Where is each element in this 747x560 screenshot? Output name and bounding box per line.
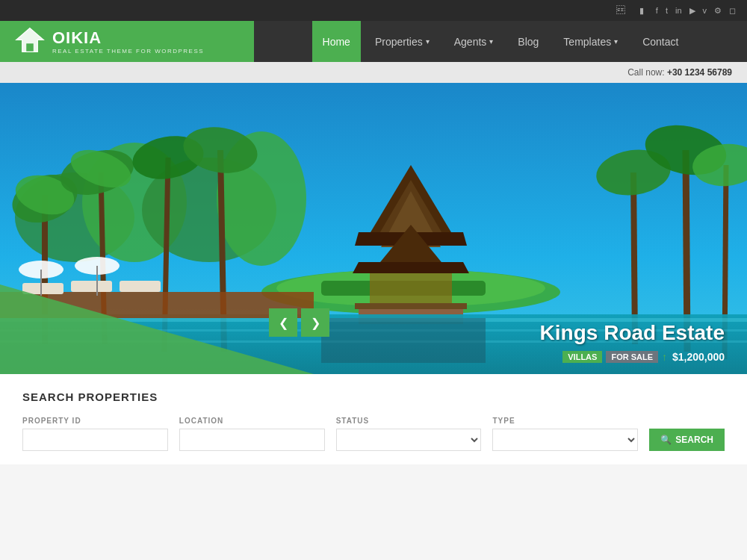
nav-contact[interactable]: Contact [632,21,689,62]
call-label: Call now: [627,67,664,78]
search-icon: 🔍 [660,435,672,445]
search-button[interactable]: 🔍 SEARCH [649,429,725,451]
status-select[interactable]: For Sale For Rent [336,429,482,451]
hero-nav-buttons: ❮ ❯ [269,308,329,337]
property-id-field: PROPERTY ID [22,417,168,451]
main-nav: Home Properties ▾ Agents ▾ Blog Template… [312,21,689,62]
location-label: LOCATION [179,417,325,425]
header: OIKIA REAL ESTATE THEME FOR WORDPRESS Ho… [0,21,747,62]
hero-info: Kings Road Estate VILLAS FOR SALE ↑ $1,2… [540,321,725,363]
nav-blog[interactable]: Blog [507,21,549,62]
type-label: TYPE [492,417,638,425]
type-select[interactable]: Villa Apartment House [492,429,638,451]
status-field: STATUS For Sale For Rent [336,417,482,451]
search-title: SEARCH PROPERTIES [22,391,725,403]
hero-section: ❮ ❯ Kings Road Estate VILLAS FOR SALE ↑ … [0,83,747,374]
social-instagram[interactable]: ◻ [729,6,736,16]
brand-name: OIKIA [52,28,204,48]
social-vine[interactable]: v [703,6,707,15]
svg-rect-1 [26,43,34,52]
agents-arrow: ▾ [489,37,493,46]
call-bar: Call now: +30 1234 56789 [0,62,747,83]
property-id-input[interactable] [22,429,168,451]
property-id-label: PROPERTY ID [22,417,168,425]
nav-templates[interactable]: Templates ▾ [553,21,628,62]
nav-agents[interactable]: Agents ▾ [444,21,504,62]
svg-rect-41 [22,283,63,294]
nav-properties[interactable]: Properties ▾ [365,21,440,62]
nav-home[interactable]: Home [312,21,361,62]
nav-area: Home Properties ▾ Agents ▾ Blog Template… [254,21,747,62]
logo-text: OIKIA REAL ESTATE THEME FOR WORDPRESS [52,28,204,55]
social-settings[interactable]: ⚙ [714,6,722,16]
price-arrow: ↑ [662,351,667,363]
tag-villas: VILLAS [562,351,602,363]
logo-area: OIKIA REAL ESTATE THEME FOR WORDPRESS [0,21,254,62]
facebook-icon[interactable]:  [614,4,627,17]
svg-rect-43 [120,281,161,292]
search-section: SEARCH PROPERTIES PROPERTY ID LOCATION S… [0,374,747,464]
hero-next-button[interactable]: ❯ [301,308,329,337]
hero-prev-button[interactable]: ❮ [269,308,297,337]
price-value: $1,200,000 [672,351,725,363]
search-button-area: 🔍 SEARCH [649,429,725,451]
facebook-link[interactable]: ▮ [635,4,648,17]
brand-tagline: REAL ESTATE THEME FOR WORDPRESS [52,48,204,55]
svg-rect-34 [355,303,467,309]
location-field: LOCATION [179,417,325,451]
hero-tags: VILLAS FOR SALE ↑ $1,200,000 [540,351,725,363]
svg-rect-48 [321,318,486,363]
social-facebook[interactable]: f [656,6,658,15]
social-bar:  ▮ f t in ▶ v ⚙ ◻ [0,0,747,21]
hero-title: Kings Road Estate [540,321,725,345]
logo-icon [15,27,45,56]
social-youtube[interactable]: ▶ [689,6,695,16]
svg-marker-32 [353,262,469,273]
properties-arrow: ▾ [426,37,430,46]
hero-price: ↑ $1,200,000 [662,351,725,363]
svg-rect-42 [71,281,112,292]
status-label: STATUS [336,417,482,425]
templates-arrow: ▾ [614,37,618,46]
search-fields: PROPERTY ID LOCATION STATUS For Sale For… [22,417,725,451]
tag-forsale: FOR SALE [606,351,658,363]
call-phone: +30 1234 56789 [667,67,732,78]
location-input[interactable] [179,429,325,451]
social-linkedin[interactable]: in [675,6,682,15]
type-field: TYPE Villa Apartment House [492,417,638,451]
social-twitter[interactable]: t [666,6,668,15]
